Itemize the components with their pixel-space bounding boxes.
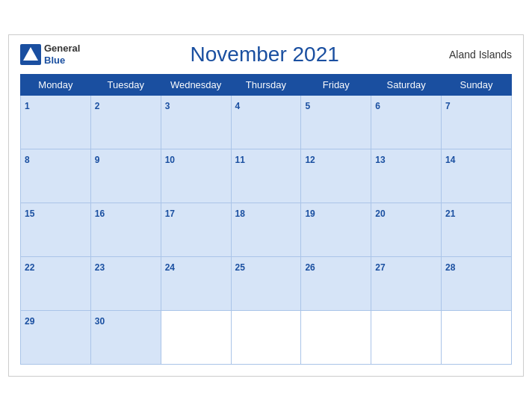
day-number: 18 (235, 208, 245, 219)
day-number: 21 (445, 208, 455, 219)
calendar-cell: 24 (161, 257, 231, 311)
weekday-header-sunday: Sunday (442, 75, 512, 96)
weekday-header-tuesday: Tuesday (90, 75, 161, 96)
calendar-cell: 16 (90, 203, 161, 257)
logo-blue: Blue (44, 55, 65, 66)
calendar-region: Aland Islands (449, 49, 512, 61)
calendar-week-row-2: 15161718192021 (21, 203, 512, 257)
calendar-header: General Blue November 2021 Aland Islands (20, 43, 512, 67)
day-number: 30 (95, 316, 105, 327)
calendar-cell: 15 (21, 203, 91, 257)
weekday-header-monday: Monday (21, 75, 91, 96)
day-number: 23 (95, 262, 105, 273)
calendar-cell: 19 (301, 203, 371, 257)
day-number: 16 (95, 208, 105, 219)
calendar-cell: 10 (161, 149, 231, 203)
day-number: 9 (95, 155, 100, 165)
logo-text: General Blue (44, 43, 80, 66)
day-number: 29 (25, 316, 34, 327)
calendar-container: General Blue November 2021 Aland Islands… (8, 34, 524, 377)
weekday-header-row: MondayTuesdayWednesdayThursdayFridaySatu… (21, 75, 512, 96)
calendar-week-row-1: 891011121314 (21, 149, 512, 203)
calendar-cell: 28 (442, 257, 512, 311)
calendar-cell: 13 (371, 149, 442, 203)
calendar-cell (161, 311, 231, 365)
weekday-header-saturday: Saturday (371, 75, 442, 96)
calendar-cell: 12 (301, 149, 371, 203)
day-number: 13 (375, 155, 385, 165)
calendar-table: MondayTuesdayWednesdayThursdayFridaySatu… (20, 74, 512, 365)
day-number: 24 (165, 262, 175, 273)
day-number: 3 (165, 101, 170, 111)
calendar-cell: 26 (301, 257, 371, 311)
calendar-cell: 23 (90, 257, 161, 311)
day-number: 10 (165, 155, 175, 165)
calendar-cell: 27 (371, 257, 442, 311)
calendar-cell: 7 (442, 96, 512, 149)
day-number: 20 (375, 208, 385, 219)
calendar-cell: 8 (21, 149, 91, 203)
day-number: 6 (375, 101, 380, 111)
calendar-cell: 6 (371, 96, 442, 149)
calendar-cell: 22 (21, 257, 91, 311)
calendar-week-row-3: 22232425262728 (21, 257, 512, 311)
day-number: 26 (305, 262, 315, 273)
day-number: 11 (235, 155, 245, 165)
calendar-cell: 5 (301, 96, 371, 149)
day-number: 22 (25, 262, 34, 273)
weekday-header-friday: Friday (301, 75, 371, 96)
day-number: 2 (95, 101, 100, 111)
weekday-header-wednesday: Wednesday (161, 75, 231, 96)
day-number: 14 (445, 155, 455, 165)
calendar-cell: 20 (371, 203, 442, 257)
day-number: 15 (25, 208, 34, 219)
day-number: 27 (375, 262, 385, 273)
calendar-cell: 2 (90, 96, 161, 149)
calendar-cell (301, 311, 371, 365)
calendar-cell: 9 (90, 149, 161, 203)
calendar-cell: 11 (231, 149, 301, 203)
day-number: 4 (235, 101, 241, 111)
day-number: 28 (445, 262, 455, 273)
day-number: 17 (165, 208, 175, 219)
calendar-cell: 21 (442, 203, 512, 257)
day-number: 1 (25, 101, 30, 111)
day-number: 7 (445, 101, 451, 111)
calendar-week-row-0: 1234567 (21, 96, 512, 149)
day-number: 8 (25, 155, 30, 165)
day-number: 19 (305, 208, 315, 219)
calendar-cell (231, 311, 301, 365)
logo-area: General Blue (20, 43, 80, 66)
calendar-cell (442, 311, 512, 365)
weekday-header-thursday: Thursday (231, 75, 301, 96)
calendar-cell: 25 (231, 257, 301, 311)
day-number: 5 (305, 101, 310, 111)
general-blue-logo-icon (20, 44, 41, 65)
calendar-cell: 4 (231, 96, 301, 149)
day-number: 25 (235, 262, 245, 273)
calendar-title: November 2021 (191, 43, 339, 67)
calendar-cell: 18 (231, 203, 301, 257)
calendar-cell (371, 311, 442, 365)
logo-general: General (44, 43, 80, 54)
calendar-cell: 1 (21, 96, 91, 149)
calendar-week-row-4: 2930 (21, 311, 512, 365)
calendar-cell: 29 (21, 311, 91, 365)
calendar-cell: 3 (161, 96, 231, 149)
calendar-cell: 30 (90, 311, 161, 365)
calendar-cell: 14 (442, 149, 512, 203)
calendar-cell: 17 (161, 203, 231, 257)
day-number: 12 (305, 155, 315, 165)
